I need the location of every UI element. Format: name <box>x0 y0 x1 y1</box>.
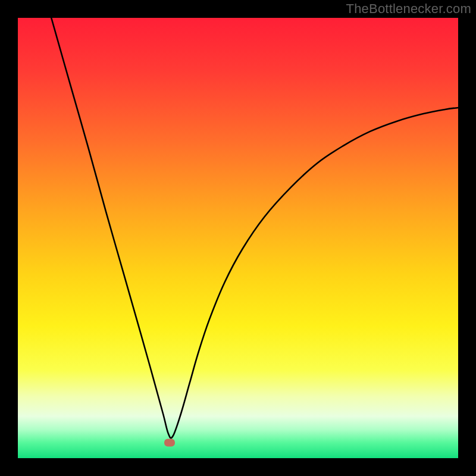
optimal-point-marker <box>164 439 175 447</box>
bottleneck-curve <box>51 18 458 438</box>
source-watermark: TheBottlenecker.com <box>346 1 471 17</box>
chart-frame: TheBottlenecker.com <box>0 0 476 476</box>
plot-curve-layer <box>18 18 458 458</box>
plot-area <box>18 18 458 458</box>
